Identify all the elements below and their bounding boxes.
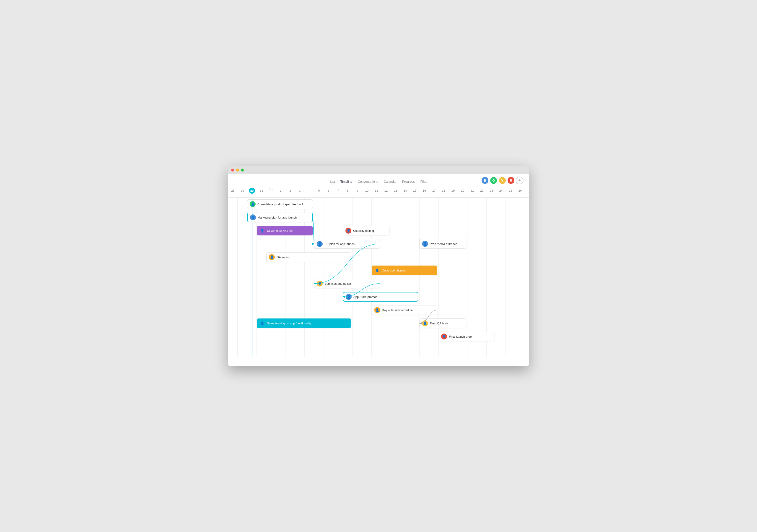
- task-label-t13: Final QA tests: [430, 322, 448, 325]
- timeline-inner: 28293031Sep12345678910111213141516171819…: [228, 186, 529, 357]
- date-col-14: 10: [362, 186, 372, 197]
- task-label-t14: Final launch prep: [449, 335, 472, 338]
- avatar-3[interactable]: Y: [499, 176, 506, 184]
- task-label-t5: PR plan for app launch: [324, 242, 354, 246]
- task-bar-t2[interactable]: 👤Marketing plan for app launch: [247, 213, 313, 222]
- task-avatar-t10: 👤: [346, 294, 351, 300]
- date-col-12: 8: [343, 186, 352, 197]
- header: B G Y R + List Timeline Conversations Ca…: [228, 174, 529, 186]
- date-col-0: 28: [228, 186, 238, 197]
- date-col-30: 26: [515, 186, 525, 197]
- avatar-1[interactable]: B: [481, 176, 489, 184]
- date-col-5: 1: [276, 186, 286, 197]
- task-avatar-t1: 👤: [250, 201, 256, 207]
- task-label-t4: Usability testing: [353, 229, 374, 233]
- task-avatar-t6: 👤: [422, 241, 428, 247]
- task-bar-t8[interactable]: 👤Code optimization: [372, 266, 437, 275]
- task-label-t11: Day of launch schedule: [382, 308, 413, 312]
- date-col-29: 25: [506, 186, 515, 197]
- task-label-t7: QA testing: [277, 256, 290, 259]
- date-col-9: 5: [314, 186, 324, 197]
- date-col-20: 16: [419, 186, 429, 197]
- tab-timeline[interactable]: Timeline: [341, 180, 352, 186]
- gantt-body: 👤Consolidate product spec feedback👤Marke…: [228, 198, 529, 357]
- date-col-19: 15: [410, 186, 419, 197]
- task-bar-t13[interactable]: 👤Final QA tests: [419, 319, 466, 328]
- date-col-18: 14: [400, 186, 410, 197]
- tab-conversations[interactable]: Conversations: [358, 180, 378, 186]
- date-col-23: 19: [448, 186, 458, 197]
- task-bar-t7[interactable]: 👤QA testing: [266, 252, 351, 262]
- task-label-t12: Sales training on app functionality: [267, 322, 311, 325]
- date-col-17: 13: [391, 186, 400, 197]
- maximize-button[interactable]: [241, 169, 244, 172]
- task-avatar-t5: 👤: [317, 241, 323, 247]
- date-col-2: 30: [247, 186, 257, 197]
- date-col-15: 11: [372, 186, 381, 197]
- avatar-2[interactable]: G: [490, 176, 498, 184]
- nav-tabs: List Timeline Conversations Calendar Pro…: [330, 180, 427, 186]
- task-avatar-t9: 👤: [317, 281, 323, 287]
- date-col-13: 9: [352, 186, 362, 197]
- task-bar-t6[interactable]: 👤Prep media outreach: [419, 239, 466, 249]
- date-col-10: 6: [324, 186, 333, 197]
- tab-calendar[interactable]: Calendar: [384, 180, 397, 186]
- date-col-6: 2: [286, 186, 295, 197]
- date-col-16: 12: [381, 186, 391, 197]
- date-col-7: 3: [295, 186, 305, 197]
- date-col-24: 20: [458, 186, 468, 197]
- date-col-26: 22: [477, 186, 487, 197]
- tab-list[interactable]: List: [330, 180, 335, 186]
- date-col-22: 18: [439, 186, 448, 197]
- date-col-4: Sep: [266, 186, 276, 197]
- task-avatar-t2: 👤: [250, 214, 256, 220]
- task-label-t6: Prep media outreach: [430, 242, 457, 246]
- today-line: [252, 198, 253, 357]
- task-avatar-t12: 👤: [259, 320, 265, 326]
- avatar-4[interactable]: R: [507, 176, 515, 184]
- tab-progress[interactable]: Progress: [402, 180, 415, 186]
- task-label-t3: UI workflow A/B test: [267, 229, 293, 233]
- date-col-28: 24: [496, 186, 506, 197]
- task-avatar-t8: 👤: [374, 267, 380, 273]
- task-bar-t4[interactable]: 👤Usability testing: [343, 226, 389, 235]
- task-bar-t12[interactable]: 👤Sales training on app functionality: [257, 319, 351, 328]
- task-avatar-t7: 👤: [269, 254, 275, 260]
- task-bar-t11[interactable]: 👤Day of launch schedule: [372, 305, 437, 315]
- date-col-1: 29: [238, 186, 247, 197]
- task-bar-t14[interactable]: 👤Final launch prep: [439, 332, 495, 341]
- task-bar-t10[interactable]: 👤App Store promos: [343, 292, 418, 301]
- task-avatar-t4: 👤: [346, 228, 351, 234]
- app-window: B G Y R + List Timeline Conversations Ca…: [228, 166, 529, 366]
- task-avatar-t3: 👤: [259, 228, 265, 234]
- date-header: 28293031Sep12345678910111213141516171819…: [228, 186, 529, 198]
- task-bar-t3[interactable]: 👤UI workflow A/B test: [257, 226, 313, 235]
- date-col-8: 4: [305, 186, 314, 197]
- task-label-t2: Marketing plan for app launch: [257, 216, 297, 219]
- task-avatar-t13: 👤: [422, 320, 428, 326]
- task-label-t10: App Store promos: [353, 295, 378, 298]
- timeline-container[interactable]: 28293031Sep12345678910111213141516171819…: [228, 186, 529, 366]
- task-label-t8: Code optimization: [382, 269, 406, 272]
- close-button[interactable]: [231, 169, 234, 172]
- add-member-button[interactable]: +: [516, 176, 524, 184]
- task-avatar-t11: 👤: [374, 307, 380, 313]
- tab-files[interactable]: Files: [420, 180, 427, 186]
- date-col-27: 23: [487, 186, 496, 197]
- titlebar: [228, 166, 529, 174]
- minimize-button[interactable]: [236, 169, 239, 172]
- task-bar-t1[interactable]: 👤Consolidate product spec feedback: [247, 200, 313, 209]
- task-avatar-t14: 👤: [441, 333, 447, 339]
- task-bar-t9[interactable]: 👤Bug fixes and polish: [314, 279, 380, 288]
- task-bar-t5[interactable]: 👤PR plan for app launch: [314, 239, 380, 249]
- date-col-25: 21: [468, 186, 477, 197]
- date-col-3: 31: [257, 186, 266, 197]
- date-col-21: 17: [429, 186, 439, 197]
- task-label-t1: Consolidate product spec feedback: [257, 203, 304, 206]
- avatar-group: B G Y R +: [481, 176, 524, 184]
- date-col-11: 7: [333, 186, 343, 197]
- task-label-t9: Bug fixes and polish: [324, 282, 351, 285]
